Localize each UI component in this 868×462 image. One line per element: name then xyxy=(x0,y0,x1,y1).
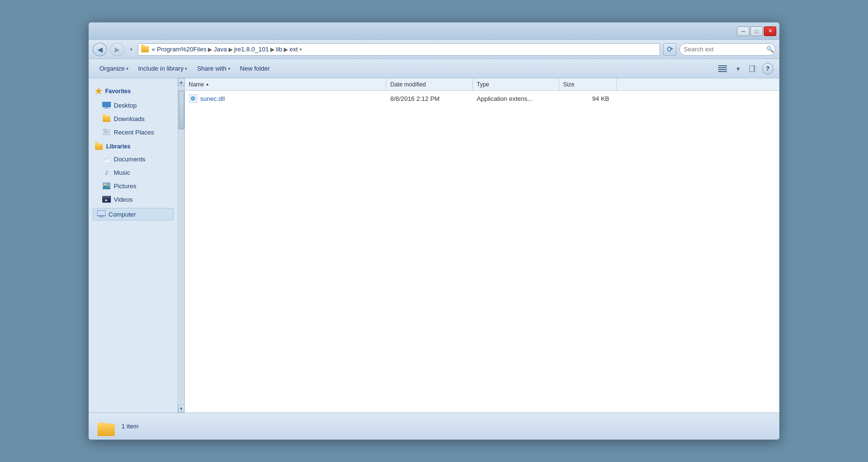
back-button[interactable]: ◀ xyxy=(93,43,107,56)
computer-label: Computer xyxy=(108,211,136,218)
new-folder-label: New folder xyxy=(240,65,270,72)
sidebar-inner: ★ Favorites Desktop xyxy=(89,78,178,413)
sidebar-item-music[interactable]: ♪ Music xyxy=(89,166,178,179)
organize-label: Organize xyxy=(99,65,125,72)
new-folder-button[interactable]: New folder xyxy=(235,61,275,76)
svg-rect-22 xyxy=(100,216,103,217)
minimize-button[interactable]: ─ xyxy=(737,26,749,36)
favorites-label: Favorites xyxy=(105,88,131,95)
include-library-button[interactable]: Include in library ▾ xyxy=(133,61,193,76)
sidebar-item-videos[interactable]: Videos xyxy=(89,193,178,206)
star-icon: ★ xyxy=(95,86,102,97)
table-row[interactable]: sunec.dll 8/8/2016 2:12 PM Application e… xyxy=(185,92,779,105)
col-header-name[interactable]: Name ▲ xyxy=(185,78,386,90)
path-sep-2: ▶ xyxy=(229,46,233,53)
desktop-label: Desktop xyxy=(114,102,137,109)
svg-rect-6 xyxy=(102,102,111,107)
file-name-cell: sunec.dll xyxy=(185,94,386,103)
sidebar-item-desktop[interactable]: Desktop xyxy=(89,98,178,112)
search-input[interactable] xyxy=(684,46,764,53)
col-header-type[interactable]: Type xyxy=(473,78,559,90)
path-segment-java[interactable]: Java xyxy=(214,46,227,53)
path-segment-lib[interactable]: lib xyxy=(276,46,282,53)
share-with-chevron: ▾ xyxy=(228,66,230,71)
svg-rect-8 xyxy=(104,108,109,109)
svg-rect-15 xyxy=(103,196,105,198)
col-header-date[interactable]: Date modified xyxy=(386,78,473,90)
svg-rect-5 xyxy=(755,65,757,72)
maximize-button[interactable]: □ xyxy=(750,26,763,36)
history-dropdown[interactable]: ▾ xyxy=(127,43,135,56)
forward-button[interactable]: ▶ xyxy=(110,43,124,56)
svg-rect-7 xyxy=(105,107,108,108)
search-icon[interactable]: 🔍 xyxy=(766,46,774,53)
path-segment-jre[interactable]: jre1.8.0_101 xyxy=(234,46,269,53)
status-item-count: 1 item xyxy=(121,423,138,430)
sidebar-item-computer[interactable]: Computer xyxy=(93,208,174,220)
path-segment-programfiles[interactable]: « Program%20Files xyxy=(152,46,206,53)
large-folder-icon xyxy=(97,422,115,436)
include-library-label: Include in library xyxy=(138,65,184,72)
path-segment-ext[interactable]: ext xyxy=(289,46,298,53)
view-details-button[interactable] xyxy=(716,63,729,74)
scroll-up-arrow[interactable]: ▲ xyxy=(178,78,185,86)
sidebar-item-pictures[interactable]: Pictures xyxy=(89,179,178,193)
svg-rect-21 xyxy=(97,211,105,215)
share-with-label: Share with xyxy=(197,65,226,72)
svg-rect-0 xyxy=(718,65,727,66)
col-header-size[interactable]: Size xyxy=(559,78,617,90)
share-with-button[interactable]: Share with ▾ xyxy=(192,61,235,76)
file-type-cell: Application extens... xyxy=(473,95,559,102)
favorites-section: ★ Favorites xyxy=(89,82,178,98)
svg-rect-9 xyxy=(103,130,110,135)
file-name: sunec.dll xyxy=(200,95,225,102)
music-label: Music xyxy=(114,169,130,176)
svg-rect-4 xyxy=(749,65,754,72)
svg-rect-1 xyxy=(718,67,727,68)
main-area: ★ Favorites Desktop xyxy=(89,78,779,413)
scroll-thumb[interactable] xyxy=(179,91,184,129)
address-path[interactable]: « Program%20Files ▶ Java ▶ jre1.8.0_101 … xyxy=(138,43,660,56)
file-size-cell: 94 KB xyxy=(559,95,617,102)
file-list: Name ▲ Date modified Type Size xyxy=(185,78,779,413)
downloads-icon xyxy=(102,115,111,122)
status-bar: 1 item xyxy=(89,413,779,439)
scroll-down-arrow[interactable]: ▼ xyxy=(178,405,185,413)
window-controls: ─ □ ✕ xyxy=(737,26,776,36)
organize-button[interactable]: Organize ▾ xyxy=(95,61,133,76)
file-date-cell: 8/8/2016 2:12 PM xyxy=(386,95,473,102)
desktop-icon xyxy=(102,101,111,109)
path-sep-4: ▶ xyxy=(284,46,288,53)
svg-rect-11 xyxy=(103,155,110,163)
title-bar: ─ □ ✕ xyxy=(89,23,779,40)
organize-chevron: ▾ xyxy=(126,66,129,71)
status-folder-icon xyxy=(96,417,116,436)
address-bar: ◀ ▶ ▾ « Program%20Files ▶ Java ▶ jre1.8.… xyxy=(89,40,779,59)
sidebar-item-documents[interactable]: Documents xyxy=(89,152,178,166)
recent-places-icon xyxy=(102,128,111,136)
close-button[interactable]: ✕ xyxy=(764,26,776,36)
help-button[interactable]: ? xyxy=(762,63,773,74)
path-sep-3: ▶ xyxy=(270,46,275,53)
videos-label: Videos xyxy=(114,196,133,203)
file-list-header: Name ▲ Date modified Type Size xyxy=(185,78,779,91)
folder-icon xyxy=(141,45,150,54)
search-box[interactable]: 🔍 xyxy=(679,43,775,56)
sidebar-item-downloads[interactable]: Downloads xyxy=(89,112,178,125)
go-button[interactable]: ⟳ xyxy=(663,43,676,56)
svg-rect-10 xyxy=(103,129,106,130)
computer-icon xyxy=(97,210,106,218)
sidebar-item-recent-places[interactable]: Recent Places xyxy=(89,125,178,139)
libraries-label: Libraries xyxy=(106,143,131,150)
libraries-section: Libraries xyxy=(89,139,178,152)
svg-rect-3 xyxy=(718,71,727,72)
sort-arrow: ▲ xyxy=(205,82,209,86)
svg-rect-16 xyxy=(105,196,107,198)
include-library-chevron: ▾ xyxy=(185,66,187,71)
recent-places-label: Recent Places xyxy=(114,129,154,136)
sidebar: ★ Favorites Desktop xyxy=(89,78,185,413)
path-dropdown-arrow[interactable]: ▾ xyxy=(300,47,302,52)
svg-rect-17 xyxy=(108,196,109,198)
preview-pane-button[interactable] xyxy=(747,63,760,74)
view-dropdown-button[interactable]: ▾ xyxy=(731,63,745,74)
